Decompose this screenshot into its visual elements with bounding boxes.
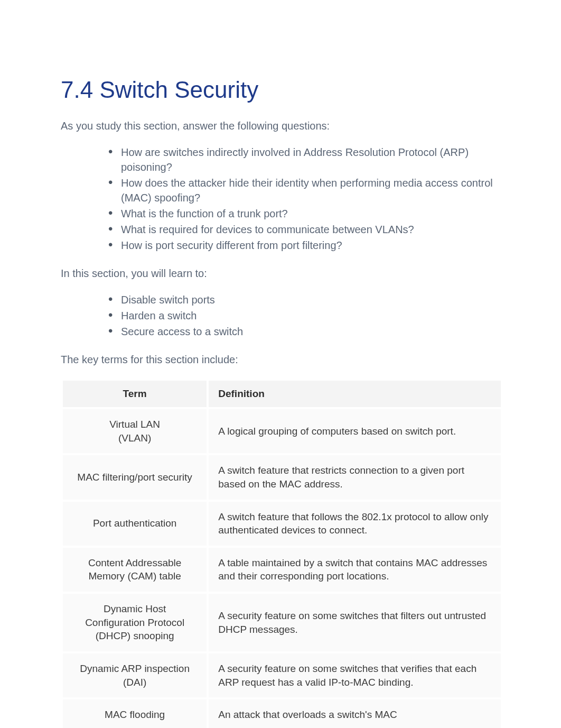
list-item: What is the function of a trunk port?	[108, 206, 503, 221]
term-cell: MAC flooding	[63, 699, 207, 728]
term-cell: Port authentication	[63, 502, 207, 546]
objectives-list: Disable switch ports Harden a switch Sec…	[108, 292, 503, 339]
list-item: How are switches indirectly involved in …	[108, 145, 503, 174]
term-cell: Dynamic ARP inspection (DAI)	[63, 653, 207, 697]
list-item: How is port security different from port…	[108, 238, 503, 253]
list-item: What is required for devices to communic…	[108, 222, 503, 237]
table-row: MAC filtering/port security A switch fea…	[63, 455, 501, 499]
terms-table: Term Definition Virtual LAN(VLAN) A logi…	[61, 379, 503, 728]
definition-cell: A security feature on some switches that…	[209, 594, 501, 651]
page-title: 7.4 Switch Security	[61, 77, 503, 103]
table-header-term: Term	[63, 381, 207, 407]
definition-cell: A security feature on some switches that…	[209, 653, 501, 697]
list-item: Harden a switch	[108, 308, 503, 323]
list-item: How does the attacker hide their identit…	[108, 176, 503, 205]
intro-questions: As you study this section, answer the fo…	[61, 120, 503, 132]
table-row: Content Addressable Memory (CAM) table A…	[63, 548, 501, 592]
term-cell: Virtual LAN(VLAN)	[63, 409, 207, 453]
definition-cell: A table maintained by a switch that cont…	[209, 548, 501, 592]
list-item: Disable switch ports	[108, 292, 503, 307]
table-row: Virtual LAN(VLAN) A logical grouping of …	[63, 409, 501, 453]
term-cell: Dynamic Host Configuration Protocol (DHC…	[63, 594, 207, 651]
table-row: MAC flooding An attack that overloads a …	[63, 699, 501, 728]
definition-cell: A switch feature that follows the 802.1x…	[209, 502, 501, 546]
table-row: Dynamic ARP inspection (DAI) A security …	[63, 653, 501, 697]
questions-list: How are switches indirectly involved in …	[108, 145, 503, 253]
intro-objectives: In this section, you will learn to:	[61, 268, 503, 280]
term-cell: MAC filtering/port security	[63, 455, 207, 499]
table-header-definition: Definition	[209, 381, 501, 407]
term-cell: Content Addressable Memory (CAM) table	[63, 548, 207, 592]
list-item: Secure access to a switch	[108, 324, 503, 339]
definition-cell: An attack that overloads a switch's MAC	[209, 699, 501, 728]
table-row: Port authentication A switch feature tha…	[63, 502, 501, 546]
definition-cell: A switch feature that restricts connecti…	[209, 455, 501, 499]
table-row: Dynamic Host Configuration Protocol (DHC…	[63, 594, 501, 651]
definition-cell: A logical grouping of computers based on…	[209, 409, 501, 453]
intro-terms: The key terms for this section include:	[61, 354, 503, 366]
